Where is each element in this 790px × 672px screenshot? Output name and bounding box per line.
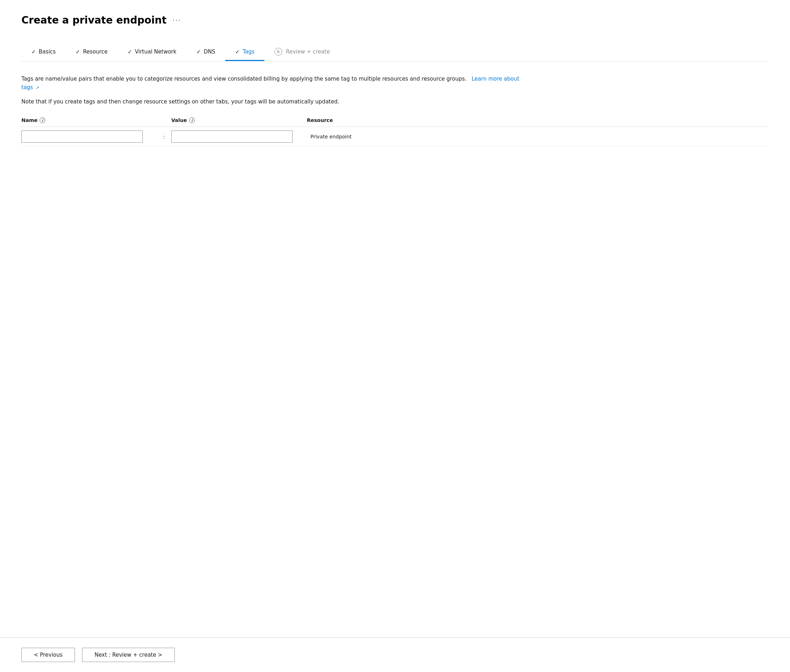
previous-button[interactable]: < Previous [21, 648, 75, 662]
page-title: Create a private endpoint [21, 14, 167, 26]
more-options-icon[interactable]: ··· [172, 16, 181, 25]
description-main: Tags are name/value pairs that enable yo… [21, 75, 466, 82]
tab-basics[interactable]: ✓ Basics [21, 44, 66, 61]
check-icon: ✓ [127, 48, 132, 55]
tab-dns[interactable]: ✓ DNS [186, 44, 225, 61]
next-button[interactable]: Next : Review + create > [82, 648, 175, 662]
name-info-icon[interactable]: i [40, 117, 45, 123]
col-header-value: Value i [171, 117, 307, 123]
tag-value-input[interactable] [171, 131, 293, 143]
tab-resource-label: Resource [83, 48, 108, 55]
tab-number-badge: 6 [274, 48, 282, 56]
value-info-icon[interactable]: i [189, 117, 195, 123]
tab-tags-label: Tags [243, 48, 255, 55]
description-text: Tags are name/value pairs that enable yo… [21, 75, 521, 92]
check-icon: ✓ [75, 48, 80, 55]
tab-virtual-network-label: Virtual Network [135, 48, 176, 55]
check-icon: ✓ [235, 48, 240, 55]
description-block: Tags are name/value pairs that enable yo… [21, 75, 521, 106]
check-icon: ✓ [31, 48, 36, 55]
tab-review-create[interactable]: 6 Review + create [264, 43, 340, 62]
external-link-icon: ↗ [36, 85, 39, 90]
tab-virtual-network[interactable]: ✓ Virtual Network [117, 44, 186, 61]
tab-resource[interactable]: ✓ Resource [66, 44, 117, 61]
tab-dns-label: DNS [204, 48, 215, 55]
col-header-name: Name i [21, 117, 157, 123]
check-icon: ✓ [196, 48, 201, 55]
table-row: : Private endpoint [21, 127, 769, 147]
note-text: Note that if you create tags and then ch… [21, 98, 521, 106]
tab-basics-label: Basics [39, 48, 56, 55]
tags-table-container: Name i Value i Resource : Private endpoi… [21, 117, 769, 147]
tags-table-header: Name i Value i Resource [21, 117, 769, 127]
tab-tags[interactable]: ✓ Tags [225, 44, 264, 61]
col-header-resource: Resource [307, 117, 769, 123]
tag-value-wrapper [171, 131, 307, 143]
page-footer: < Previous Next : Review + create > [0, 637, 790, 672]
wizard-tabs: ✓ Basics ✓ Resource ✓ Virtual Network ✓ … [21, 43, 769, 62]
tab-review-create-label: Review + create [286, 48, 330, 55]
tag-resource-label: Private endpoint [307, 134, 769, 139]
col-resource-label: Resource [307, 117, 333, 123]
tag-name-wrapper [21, 131, 157, 143]
col-name-label: Name [21, 117, 37, 123]
tag-name-input[interactable] [21, 131, 143, 143]
col-value-label: Value [171, 117, 187, 123]
colon-separator: : [157, 133, 171, 140]
